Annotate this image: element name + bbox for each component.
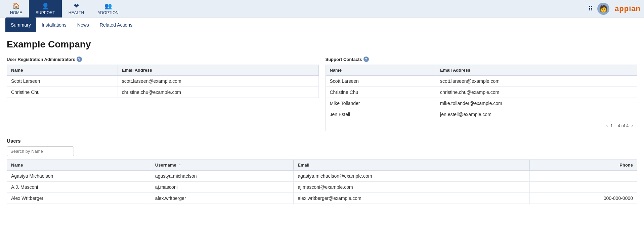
user-registration-help-icon[interactable]: ? [77, 57, 82, 62]
cell-username: agastya.michaelson [151, 171, 293, 182]
support-contacts-pagination: ‹ 1 – 4 of 4 › [326, 120, 638, 131]
cell-email: mike.tollander@example.com [436, 98, 637, 109]
cell-username: alex.writberger [151, 193, 293, 204]
table-row: Agastya Michaelsonagastya.michaelsonagas… [7, 171, 637, 182]
appian-logo: appian [615, 4, 641, 13]
adoption-icon: 👥 [104, 2, 112, 10]
user-registration-section: User Registration Administrators ? Name … [7, 57, 319, 131]
nav-label-home: HOME [10, 10, 22, 15]
table-row: Scott Larseenscott.larseen@example.com [7, 76, 319, 87]
tab-installations-label: Installations [42, 22, 67, 28]
cell-phone [529, 171, 637, 182]
cell-phone [529, 182, 637, 193]
home-icon: 🏠 [12, 2, 20, 10]
sc-col-header-name: Name [326, 65, 436, 76]
users-section-title: Users [7, 138, 637, 144]
cell-email: alex.writberger@example.com [294, 193, 530, 204]
cell-username: aj.masconi [151, 182, 293, 193]
user-registration-table: Name Email Address Scott Larseenscott.la… [7, 65, 319, 98]
support-contacts-table: Name Email Address Scott Larseenscott.la… [326, 65, 638, 120]
cell-name: A.J. Masconi [7, 182, 151, 193]
sub-navigation: Summary Installations News Related Actio… [0, 17, 644, 32]
tab-news[interactable]: News [72, 17, 94, 32]
table-row: A.J. Masconiaj.masconiaj.masconi@example… [7, 182, 637, 193]
tab-news-label: News [77, 22, 89, 28]
cell-email: scott.larseen@example.com [118, 76, 318, 87]
pagination-info: 1 – 4 of 4 [610, 123, 629, 128]
cell-name: Alex Writberger [7, 193, 151, 204]
users-col-email: Email [294, 160, 530, 171]
cell-email: scott.larseen@example.com [436, 76, 637, 87]
table-row: Christine Chuchristine.chu@example.com [7, 87, 319, 98]
col-header-name: Name [7, 65, 118, 76]
cell-name: Jen Estell [326, 109, 436, 120]
cell-email: christine.chu@example.com [436, 87, 637, 98]
cell-name: Christine Chu [7, 87, 118, 98]
col-header-email: Email Address [118, 65, 318, 76]
nav-items: 🏠 HOME 👤 SUPPORT ❤ HEALTH 👥 ADOPTION [3, 0, 588, 17]
support-icon: 👤 [42, 2, 49, 10]
nav-item-health[interactable]: ❤ HEALTH [62, 0, 91, 17]
cell-email: christine.chu@example.com [118, 87, 318, 98]
nav-label-health: HEALTH [69, 10, 84, 15]
avatar-image: 🧑 [599, 5, 608, 13]
users-section: Users Name Username ↑ Email Phone Agasty… [7, 138, 637, 204]
nav-label-support: SUPPORT [36, 10, 55, 15]
table-row: Christine Chuchristine.chu@example.com [326, 87, 637, 98]
tab-summary-label: Summary [11, 22, 31, 28]
cell-name: Scott Larseen [7, 76, 118, 87]
table-row: Jen Estelljen.estell@example.com [326, 109, 637, 120]
table-row: Scott Larseenscott.larseen@example.com [326, 76, 637, 87]
two-column-layout: User Registration Administrators ? Name … [7, 57, 637, 131]
pagination-next-icon[interactable]: › [631, 123, 633, 128]
main-content: Example Company User Registration Admini… [0, 32, 644, 211]
avatar[interactable]: 🧑 [597, 3, 609, 15]
appian-logo-text: appian [615, 4, 641, 13]
tab-summary[interactable]: Summary [5, 17, 36, 32]
tab-installations[interactable]: Installations [36, 17, 72, 32]
cell-email: agastya.michaelson@example.com [294, 171, 530, 182]
cell-name: Scott Larseen [326, 76, 436, 87]
support-contacts-section: Support Contacts ? Name Email Address Sc… [326, 57, 638, 131]
pagination-prev-icon[interactable]: ‹ [606, 123, 608, 128]
nav-item-adoption[interactable]: 👥 ADOPTION [91, 0, 125, 17]
user-registration-title: User Registration Administrators ? [7, 57, 319, 62]
cell-name: Agastya Michaelson [7, 171, 151, 182]
cell-name: Christine Chu [326, 87, 436, 98]
cell-email: jen.estell@example.com [436, 109, 637, 120]
nav-label-adoption: ADOPTION [97, 10, 119, 15]
tab-related-actions-label: Related Actions [100, 22, 132, 28]
sort-icon[interactable]: ↑ [179, 163, 181, 168]
users-col-name: Name [7, 160, 151, 171]
nav-right: ⠿ 🧑 appian [588, 3, 641, 15]
users-col-username: Username ↑ [151, 160, 293, 171]
page-title: Example Company [7, 39, 637, 50]
nav-item-support[interactable]: 👤 SUPPORT [29, 0, 62, 17]
users-col-phone: Phone [529, 160, 637, 171]
search-input[interactable] [7, 146, 74, 156]
nav-item-home[interactable]: 🏠 HOME [3, 0, 29, 17]
sc-col-header-email: Email Address [436, 65, 637, 76]
table-row: Mike Tollandermike.tollander@example.com [326, 98, 637, 109]
cell-phone: 000-000-0000 [529, 193, 637, 204]
users-table: Name Username ↑ Email Phone Agastya Mich… [7, 160, 637, 204]
tab-related-actions[interactable]: Related Actions [94, 17, 138, 32]
health-icon: ❤ [74, 2, 79, 10]
top-navigation: 🏠 HOME 👤 SUPPORT ❤ HEALTH 👥 ADOPTION ⠿ 🧑… [0, 0, 644, 17]
support-contacts-help-icon[interactable]: ? [363, 57, 369, 62]
grid-icon[interactable]: ⠿ [588, 5, 593, 13]
support-contacts-title: Support Contacts ? [326, 57, 638, 62]
table-row: Alex Writbergeralex.writbergeralex.writb… [7, 193, 637, 204]
cell-email: aj.masconi@example.com [294, 182, 530, 193]
cell-name: Mike Tollander [326, 98, 436, 109]
